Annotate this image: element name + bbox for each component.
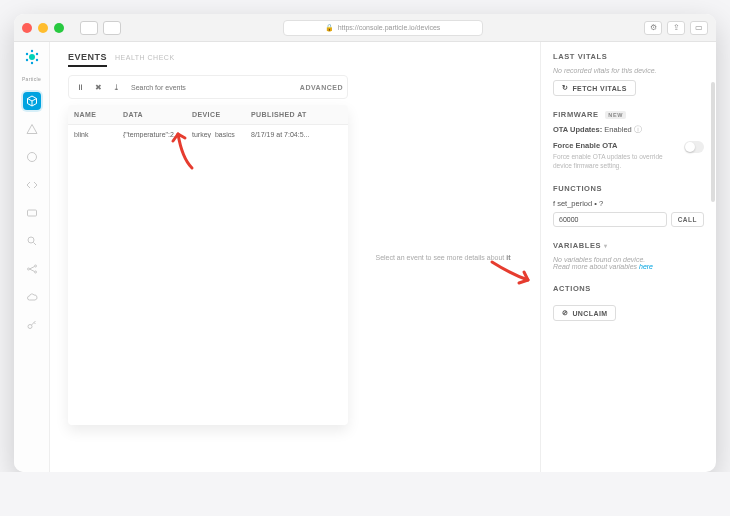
function-call-button[interactable]: CALL	[671, 212, 704, 227]
functions-section: FUNCTIONS f set_period • ? CALL	[553, 184, 704, 227]
refresh-icon: ↻	[562, 84, 568, 92]
cube-icon	[26, 95, 38, 107]
ota-label: OTA Updates:	[553, 125, 602, 134]
actions-section: ACTIONS ⊘ UNCLAIM	[553, 284, 704, 321]
actions-title: ACTIONS	[553, 284, 704, 293]
tabs-button[interactable]: ▭	[690, 21, 708, 35]
svg-point-10	[27, 268, 29, 270]
clear-button[interactable]: ✖	[91, 80, 105, 94]
key-icon	[26, 319, 38, 331]
svg-point-5	[25, 59, 27, 61]
force-ota-label: Force Enable OTA	[553, 141, 617, 150]
network-icon	[26, 263, 38, 275]
unclaim-icon: ⊘	[562, 309, 568, 317]
variables-title: VARIABLES ▾	[553, 241, 704, 250]
nav-auth[interactable]	[23, 316, 41, 334]
variables-section: VARIABLES ▾ No variables found on device…	[553, 241, 704, 270]
functions-title: FUNCTIONS	[553, 184, 704, 193]
svg-point-12	[34, 271, 36, 273]
cell-name: blink	[74, 131, 119, 138]
firmware-title: FIRMWARE NEW	[553, 110, 704, 119]
nav-network[interactable]	[23, 260, 41, 278]
pause-button[interactable]: ⏸	[73, 80, 87, 94]
nav-forward-button[interactable]	[103, 21, 121, 35]
fetch-vitals-label: FETCH VITALS	[572, 85, 626, 92]
brand-name: Particle	[22, 76, 41, 82]
url-text: https://console.particle.io/devices	[338, 24, 441, 31]
nav-integrations[interactable]	[23, 176, 41, 194]
url-bar[interactable]: 🔒 https://console.particle.io/devices	[283, 20, 483, 36]
card-icon	[26, 207, 38, 219]
col-device: DEVICE	[192, 111, 247, 118]
nav-events[interactable]	[23, 148, 41, 166]
events-table: NAME DATA DEVICE PUBLISHED AT blink {"te…	[68, 105, 348, 425]
variables-note-2: Read more about variables here	[553, 263, 704, 270]
close-window-button[interactable]	[22, 23, 32, 33]
event-detail-panel: Select an event to see more details abou…	[360, 52, 526, 462]
side-panel: LAST VITALS No recorded vitals for this …	[540, 42, 716, 472]
svg-point-3	[35, 59, 37, 61]
hint-bold: it	[506, 254, 510, 261]
col-name: NAME	[74, 111, 119, 118]
cell-data: {"temperature":2...	[123, 131, 188, 138]
advanced-toggle[interactable]: ADVANCED	[300, 84, 343, 91]
svg-point-1	[30, 50, 32, 52]
svg-point-0	[29, 54, 35, 60]
health-tab[interactable]: HEALTH CHECK	[115, 54, 175, 61]
variables-docs-link[interactable]: here	[639, 263, 653, 270]
info-icon[interactable]: ⓘ	[634, 125, 642, 134]
nav-devices[interactable]	[23, 92, 41, 110]
chevron-down-icon[interactable]: ▾	[604, 243, 608, 249]
last-vitals-section: LAST VITALS No recorded vitals for this …	[553, 52, 704, 96]
event-search-input[interactable]	[127, 84, 296, 91]
search-icon	[26, 235, 38, 247]
minimize-window-button[interactable]	[38, 23, 48, 33]
svg-point-9	[28, 237, 34, 243]
variables-title-text: VARIABLES	[553, 241, 601, 250]
svg-point-2	[35, 53, 37, 55]
events-column: EVENTS HEALTH CHECK ⏸ ✖ ⤓ ADVANCED NAME …	[68, 52, 348, 462]
svg-point-11	[34, 265, 36, 267]
app-body: Particle EVENTS HEALTH CHECK	[14, 42, 716, 472]
share-button[interactable]: ⇪	[667, 21, 685, 35]
cell-device: turkey_basics	[192, 131, 247, 138]
center-panel: EVENTS HEALTH CHECK ⏸ ✖ ⤓ ADVANCED NAME …	[50, 42, 540, 472]
circle-icon	[26, 151, 38, 163]
ota-value: Enabled	[604, 125, 632, 134]
code-icon	[26, 179, 38, 191]
nav-search[interactable]	[23, 232, 41, 250]
unclaim-button[interactable]: ⊘ UNCLAIM	[553, 305, 616, 321]
new-badge: NEW	[605, 111, 626, 119]
last-vitals-title: LAST VITALS	[553, 52, 704, 61]
fetch-vitals-button[interactable]: ↻ FETCH VITALS	[553, 80, 636, 96]
export-button[interactable]: ⤓	[109, 80, 123, 94]
firmware-section: FIRMWARE NEW OTA Updates: Enabled ⓘ Forc…	[553, 110, 704, 170]
unclaim-label: UNCLAIM	[572, 310, 607, 317]
svg-rect-8	[27, 210, 36, 216]
side-scrollbar[interactable]	[711, 82, 715, 202]
ota-row: OTA Updates: Enabled ⓘ	[553, 125, 704, 135]
svg-point-13	[28, 325, 32, 329]
main-area: EVENTS HEALTH CHECK ⏸ ✖ ⤓ ADVANCED NAME …	[50, 42, 716, 472]
nav-sims[interactable]	[23, 120, 41, 138]
variables-note-prefix: Read more about variables	[553, 263, 639, 270]
nav-cloud[interactable]	[23, 288, 41, 306]
nav-back-button[interactable]	[80, 21, 98, 35]
event-toolbar: ⏸ ✖ ⤓ ADVANCED	[68, 75, 348, 99]
force-ota-toggle[interactable]	[684, 141, 704, 153]
col-data: DATA	[123, 111, 188, 118]
nav-billing[interactable]	[23, 204, 41, 222]
svg-point-4	[30, 62, 32, 64]
event-row[interactable]: blink {"temperature":2... turkey_basics …	[68, 125, 348, 144]
firmware-title-text: FIRMWARE	[553, 110, 599, 119]
maximize-window-button[interactable]	[54, 23, 64, 33]
events-tab[interactable]: EVENTS	[68, 52, 107, 67]
settings-gear-button[interactable]: ⚙	[644, 21, 662, 35]
function-arg-input[interactable]	[553, 212, 667, 227]
browser-window: 🔒 https://console.particle.io/devices ⚙ …	[14, 14, 716, 472]
variables-note-1: No variables found on device.	[553, 256, 704, 263]
function-name: f set_period • ?	[553, 199, 704, 208]
cell-published: 8/17/19 at 7:04:5...	[251, 131, 321, 138]
cloud-icon	[26, 291, 38, 303]
triangle-icon	[26, 123, 38, 135]
